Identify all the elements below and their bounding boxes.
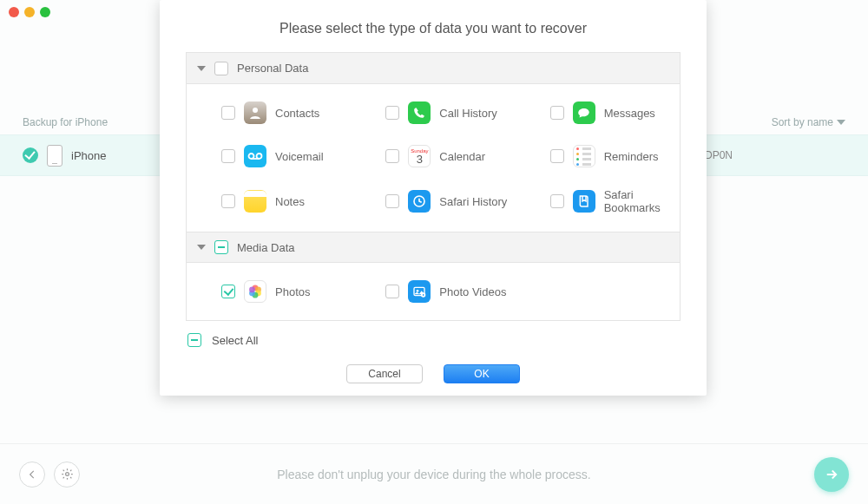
item-label: Safari History xyxy=(439,195,507,208)
group-header-personal[interactable]: Personal Data xyxy=(187,53,680,84)
item-label: Contacts xyxy=(275,107,319,120)
item-safari-history: Safari History xyxy=(351,178,515,225)
sort-dropdown[interactable]: Sort by name xyxy=(772,116,845,128)
ok-button[interactable]: OK xyxy=(444,364,520,383)
close-window-button[interactable] xyxy=(9,7,19,17)
footer-bar: Please don't unplug your device during t… xyxy=(0,443,868,504)
chevron-down-icon xyxy=(837,120,845,125)
contacts-icon xyxy=(244,101,266,124)
item-label: Call History xyxy=(439,107,496,120)
backup-list-title: Backup for iPhone xyxy=(23,116,108,128)
zoom-window-button[interactable] xyxy=(40,7,50,17)
checkbox-contacts[interactable] xyxy=(221,106,235,120)
checkbox-messages[interactable] xyxy=(550,106,564,120)
item-photo-videos: Photo Videos xyxy=(351,270,515,313)
checkbox-photos[interactable] xyxy=(221,285,235,298)
checkbox-media-group[interactable] xyxy=(214,240,228,254)
photos-icon xyxy=(244,280,266,303)
item-photos: Photos xyxy=(187,270,351,313)
item-contacts: Contacts xyxy=(187,91,351,134)
checkmark-icon xyxy=(23,147,38,163)
notes-icon xyxy=(244,190,266,213)
photo-videos-icon xyxy=(408,280,431,303)
select-all-label: Select All xyxy=(212,334,258,347)
media-items: Photos Photo Videos xyxy=(187,263,680,320)
checkbox-notes[interactable] xyxy=(221,194,235,208)
messages-icon xyxy=(573,101,595,124)
item-call-history: Call History xyxy=(351,91,515,134)
footer-status: Please don't unplug your device during t… xyxy=(0,468,868,481)
group-label: Media Data xyxy=(237,241,294,254)
recover-data-modal: Please select the type of data you want … xyxy=(160,0,707,396)
group-header-media[interactable]: Media Data xyxy=(187,232,680,263)
window-controls xyxy=(9,7,50,17)
checkbox-personal-group[interactable] xyxy=(214,62,228,75)
personal-items: Contacts Call History Messages xyxy=(187,84,680,232)
checkbox-calendar[interactable] xyxy=(385,149,399,163)
svg-point-10 xyxy=(249,287,255,293)
item-label: Photos xyxy=(275,285,310,298)
checkbox-select-all[interactable] xyxy=(187,333,201,347)
checkbox-safari-history[interactable] xyxy=(385,194,399,208)
modal-title: Please select the type of data you want … xyxy=(186,21,681,36)
checkbox-photo-videos[interactable] xyxy=(385,285,399,298)
svg-point-0 xyxy=(253,108,258,113)
device-name: iPhone xyxy=(71,149,106,162)
checkbox-safari-bookmarks[interactable] xyxy=(550,194,564,208)
item-voicemail: Voicemail xyxy=(187,134,351,178)
item-label: Messages xyxy=(604,107,655,120)
modal-buttons: Cancel OK xyxy=(186,364,681,383)
collapse-icon xyxy=(197,66,206,71)
group-label: Personal Data xyxy=(237,62,308,75)
item-label: Notes xyxy=(275,195,305,208)
call-history-icon xyxy=(408,101,431,124)
item-label: Safari Bookmarks xyxy=(604,188,680,214)
checkbox-voicemail[interactable] xyxy=(221,149,235,163)
checkbox-call-history[interactable] xyxy=(385,106,399,120)
data-type-groups: Personal Data Contacts Call History xyxy=(186,52,681,321)
item-label: Calendar xyxy=(439,150,485,163)
sort-label: Sort by name xyxy=(772,116,833,128)
svg-point-12 xyxy=(417,290,419,292)
calendar-day: 3 xyxy=(417,154,423,165)
reminders-icon xyxy=(573,145,595,167)
minimize-window-button[interactable] xyxy=(24,7,35,17)
select-all-row[interactable]: Select All xyxy=(187,333,681,347)
item-reminders: Reminders xyxy=(516,134,680,178)
item-label: Voicemail xyxy=(275,150,324,163)
item-messages: Messages xyxy=(516,91,680,134)
safari-history-icon xyxy=(408,190,431,213)
item-safari-bookmarks: Safari Bookmarks xyxy=(516,178,680,225)
checkbox-reminders[interactable] xyxy=(550,149,564,163)
iphone-icon xyxy=(47,145,62,167)
item-label: Photo Videos xyxy=(439,285,506,298)
item-notes: Notes xyxy=(187,178,351,225)
item-label: Reminders xyxy=(604,150,659,163)
collapse-icon xyxy=(197,245,206,250)
cancel-button[interactable]: Cancel xyxy=(346,364,423,383)
voicemail-icon xyxy=(244,145,266,167)
calendar-icon: Sunday 3 xyxy=(408,145,431,167)
safari-bookmarks-icon xyxy=(573,190,595,213)
item-calendar: Sunday 3 Calendar xyxy=(351,134,515,178)
